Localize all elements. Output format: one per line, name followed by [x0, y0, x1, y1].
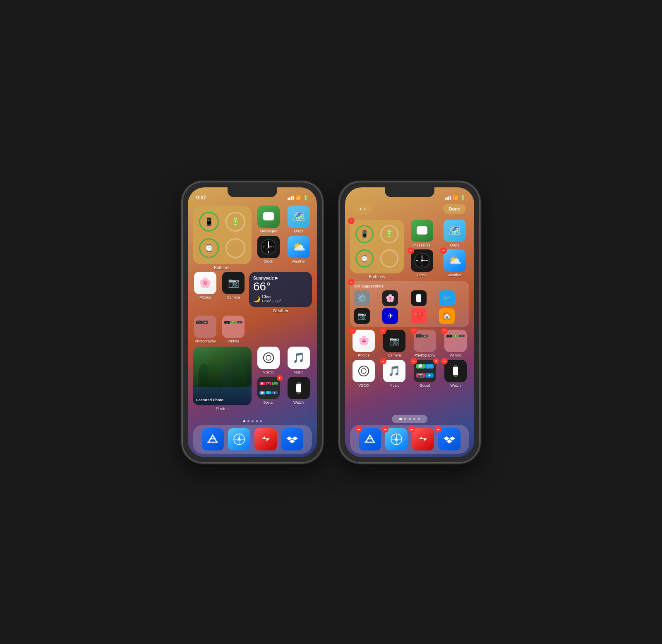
edit-dock-spark[interactable]: −	[410, 428, 435, 450]
svg-point-35	[361, 369, 366, 373]
edit-clock-app[interactable]: −	[410, 249, 434, 277]
svg-rect-37	[454, 365, 457, 367]
edit-row-apps2: ● VSCO − 🎵 Music	[350, 360, 469, 388]
edit-camera-app[interactable]: − 📷 Camera	[382, 330, 407, 357]
weather-remove-btn[interactable]: −	[440, 247, 447, 254]
batteries-remove-btn[interactable]: −	[348, 218, 355, 224]
edit-camera-icon: 📷	[383, 330, 405, 352]
appstore-remove-btn[interactable]: −	[355, 426, 362, 433]
camera-remove-btn[interactable]: −	[380, 328, 386, 334]
messages-name: Messages	[260, 229, 277, 233]
wifi-icon: 📶	[295, 195, 301, 201]
siri-app-watch-face[interactable]	[411, 290, 427, 306]
edit-music-app[interactable]: − 🎵 Music	[382, 360, 407, 388]
edit-watch-app[interactable]: − Watch	[443, 360, 468, 388]
photography-remove-btn[interactable]: −	[410, 328, 417, 334]
edit-dock-appstore[interactable]: −	[357, 428, 382, 450]
maps-app[interactable]: 🗺️ Maps	[286, 206, 311, 233]
phone-normal: 9:37 📶 🔋	[182, 182, 323, 463]
writing-folder[interactable]: △ B ∞ Writing	[221, 316, 246, 343]
page-dot-1	[243, 420, 245, 422]
weather-widget[interactable]: Sunnyvale ▶ 66° 🌙 Clear H:84° L:60°	[249, 272, 312, 308]
notch-normal	[228, 187, 277, 197]
svg-point-32	[421, 260, 423, 261]
phone-screen-edit: 📶 🔋 + + Done − 📱	[345, 187, 474, 457]
battery-icon: 🔋	[303, 195, 309, 201]
edit-social-folder[interactable]: − 💬 🐦 📸 ✈ 1 Social	[413, 360, 437, 388]
camera-icon: 📷	[222, 272, 245, 294]
camera-app[interactable]: 📷 Camera	[221, 272, 246, 299]
edit-photos-icon: 🌸	[353, 330, 375, 352]
edit-row-apps1: − 🌸 Photos − 📷 Camera − ⬛ ∞	[350, 330, 469, 357]
edit-photography-name: Photography	[414, 353, 435, 357]
siri-suggestions-widget[interactable]: Siri Suggestions ⚙️ 🌸 🐦 📷 ✈ ❤️ 🏠	[350, 281, 469, 327]
featured-photo-widget[interactable]: Featured Photo	[193, 347, 252, 405]
edit-messages-app[interactable]: Messages	[410, 220, 434, 247]
photos-app[interactable]: 🌸 Photos	[193, 272, 218, 299]
dock-edit: − −	[350, 425, 469, 454]
clock-app[interactable]: Clock	[256, 236, 281, 263]
siri-app-home[interactable]: 🏠	[439, 308, 455, 324]
edit-watch-remove-btn[interactable]: −	[441, 358, 448, 364]
dropbox-remove-btn[interactable]: −	[435, 426, 441, 433]
weather-app[interactable]: ⛅ Weather	[286, 236, 311, 263]
music-remove-btn[interactable]: −	[380, 358, 386, 364]
edit-social-name: Social	[420, 383, 430, 388]
batteries-widget[interactable]: 📱 🔋 ⌚	[193, 206, 252, 264]
signal-bar-4	[293, 196, 294, 200]
siri-app-photos[interactable]: 🌸	[382, 290, 398, 306]
edit-photos-app[interactable]: − 🌸 Photos	[351, 330, 376, 357]
dock-spark[interactable]	[253, 428, 278, 450]
featured-photo-sublabel: Photos	[216, 407, 228, 411]
weather-condition-row: 🌙 Clear H:84° L:60°	[253, 294, 308, 303]
edit-dock-safari[interactable]: −	[384, 428, 409, 450]
page-dots-normal	[188, 420, 317, 422]
siri-app-camera[interactable]: 📷	[354, 308, 370, 324]
phone-edit: 📶 🔋 + + Done − 📱	[339, 182, 480, 463]
page-dot-5	[260, 420, 262, 422]
svg-rect-15	[297, 392, 300, 394]
edit-photography-folder[interactable]: − ⬛ ∞ Photography	[413, 330, 437, 357]
watch-app[interactable]: Watch	[286, 377, 311, 405]
edit-watch-icon	[444, 360, 467, 382]
photos-remove-btn[interactable]: −	[349, 328, 356, 334]
dock-dropbox[interactable]	[280, 428, 305, 450]
edit-social-remove-btn[interactable]: −	[410, 358, 417, 364]
clock-remove-btn[interactable]: −	[408, 247, 414, 254]
vsco-icon	[257, 347, 280, 369]
edit-dropbox-icon	[438, 428, 461, 450]
watch-name: Watch	[293, 400, 304, 405]
spark-icon	[254, 428, 277, 450]
social-folder[interactable]: ▣ 📷 📞 💬 S f 1 Social	[256, 377, 281, 405]
edit-weather-app[interactable]: − ⛅ Weather	[442, 249, 467, 277]
weather-icon: ⛅	[288, 236, 310, 258]
battery-item-battery: 🔋	[223, 210, 247, 234]
photography-name: Photography	[194, 339, 216, 343]
vsco-app[interactable]: VSCO	[256, 347, 281, 374]
maps-name: Maps	[294, 229, 303, 233]
edit-page-dot-5	[418, 418, 420, 420]
music-app[interactable]: 🎵 Music	[286, 347, 311, 374]
edit-dock-dropbox[interactable]: −	[437, 428, 462, 450]
siri-app-settings[interactable]: ⚙️	[354, 290, 370, 306]
edit-music-icon: 🎵	[383, 360, 405, 382]
edit-vsco-app[interactable]: ● VSCO	[351, 360, 376, 388]
photography-folder[interactable]: ⬛ ∞ Photography	[193, 316, 218, 343]
spark-remove-btn[interactable]: −	[408, 426, 415, 433]
siri-app-telegram[interactable]: ✈	[382, 308, 398, 324]
done-button[interactable]: Done	[443, 204, 466, 214]
siri-app-health[interactable]: ❤️	[411, 308, 427, 324]
safari-remove-btn[interactable]: −	[382, 426, 389, 433]
edit-maps-app[interactable]: 🗺️ Maps	[442, 220, 467, 247]
siri-remove-btn[interactable]: −	[348, 279, 355, 285]
edit-writing-folder[interactable]: − △ B ∞ Writing	[443, 330, 468, 357]
messages-app[interactable]: Messages	[256, 206, 281, 233]
add-button[interactable]: + +	[353, 204, 372, 214]
writing-remove-btn[interactable]: −	[441, 328, 448, 334]
edit-batteries-widget[interactable]: 📱 🔋 ⌚	[350, 220, 404, 273]
dock-appstore[interactable]	[200, 428, 225, 450]
dock-safari[interactable]	[227, 428, 252, 450]
siri-app-twitter[interactable]: 🐦	[439, 290, 455, 306]
svg-rect-33	[416, 294, 421, 302]
edit-wifi-icon: 📶	[453, 195, 458, 201]
